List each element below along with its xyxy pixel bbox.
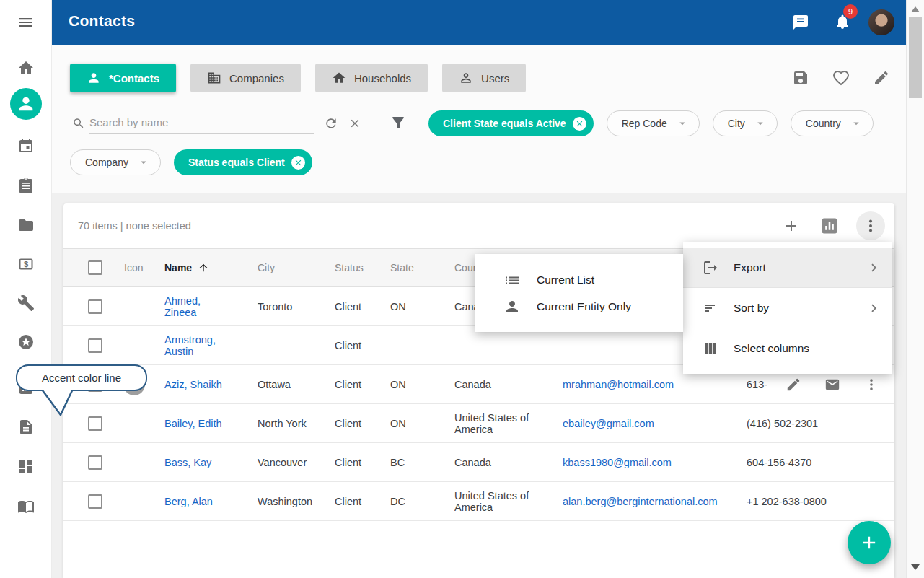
menu-icon[interactable] [16, 14, 36, 31]
tab-contacts[interactable]: *Contacts [70, 64, 176, 92]
table-row[interactable]: Berg, AlanWashingtonClientDCUnited State… [63, 482, 894, 521]
scroll-thumb[interactable] [909, 17, 922, 98]
tab-companies[interactable]: Companies [190, 64, 301, 92]
contact-name-link[interactable]: Aziz, Shaikh [164, 379, 222, 390]
clear-search-icon[interactable] [348, 117, 361, 130]
row-checkbox[interactable] [88, 299, 102, 314]
column-header-status[interactable]: Status [335, 262, 390, 273]
search-input[interactable] [89, 111, 314, 134]
sidebar-item-billing[interactable]: $ [0, 252, 52, 276]
table-row[interactable]: Bailey, EdithNorth YorkClientONUnited St… [63, 404, 894, 443]
remove-filter-icon[interactable] [573, 117, 586, 131]
cell-phone: 604-156-4370 [747, 457, 855, 468]
sidebar-item-home[interactable] [0, 56, 52, 80]
cell-status: Client [335, 418, 390, 429]
filter-dropdown-rep-code[interactable]: Rep Code [607, 110, 700, 136]
row-checkbox[interactable] [88, 494, 102, 509]
contact-name-link[interactable]: Berg, Alan [164, 496, 213, 507]
filter-dropdown-country[interactable]: Country [791, 110, 874, 136]
cell-phone: +1 202-638-0800 [747, 496, 855, 507]
clipboard-icon [17, 177, 35, 194]
edit-row-button[interactable] [786, 377, 801, 393]
tab-label: Households [354, 72, 411, 84]
star-circle-icon [17, 333, 35, 351]
sidebar-item-tasks[interactable] [0, 173, 52, 198]
filter-dropdown-company[interactable]: Company [70, 149, 161, 175]
chat-icon[interactable] [792, 14, 809, 31]
contact-name-link[interactable]: Bass, Kay [164, 457, 211, 468]
page-scrollbar[interactable] [906, 0, 924, 578]
building-icon [207, 71, 221, 85]
sidebar-item-calendar[interactable] [0, 133, 52, 158]
book-icon [17, 498, 35, 515]
export-icon [702, 259, 719, 276]
email-link[interactable]: kbass1980@gmail.com [563, 457, 672, 468]
menu-item-select-columns[interactable]: Select columns [683, 328, 892, 368]
column-header-name[interactable]: Name [164, 262, 258, 273]
active-indicator [10, 88, 42, 120]
filter-dropdown-city[interactable]: City [713, 110, 778, 136]
table-row[interactable]: Bass, KayVancouverClientBCCanadakbass198… [63, 443, 894, 482]
row-checkbox[interactable] [88, 455, 102, 470]
filter-chip-client-state-equals-active[interactable]: Client State equals Active [428, 110, 594, 136]
column-header-state[interactable]: State [390, 262, 454, 273]
sidebar-item-tools[interactable] [0, 291, 52, 315]
cell-email: kbass1980@gmail.com [563, 457, 747, 468]
row-checkbox[interactable] [88, 416, 102, 431]
sidebar-item-dashboard[interactable] [0, 455, 52, 479]
sidebar-item-files[interactable] [0, 213, 52, 237]
person-icon [16, 94, 36, 114]
email-row-button[interactable] [824, 377, 840, 393]
sidebar-item-directory[interactable] [0, 494, 52, 519]
scroll-up-arrow[interactable] [911, 6, 920, 12]
chevron-right-icon [866, 300, 882, 316]
scroll-down-arrow[interactable] [911, 564, 920, 570]
row-more-button[interactable] [863, 377, 879, 393]
email-link[interactable]: ebailey@gmail.com [563, 418, 654, 429]
save-button[interactable] [792, 69, 809, 87]
sidebar: $ [0, 0, 52, 578]
submenu-item-label: Current Entity Only [537, 300, 631, 313]
contact-name-link[interactable]: Ahmed, Zineea [164, 295, 231, 318]
filter-chip-status-equals-client[interactable]: Status equals Client [174, 149, 312, 175]
sidebar-item-contacts[interactable] [0, 88, 52, 120]
callout-tail [36, 390, 78, 420]
plus-icon [859, 533, 879, 553]
filter-funnel-icon[interactable] [390, 114, 407, 131]
column-header-city[interactable]: City [258, 262, 335, 273]
caret-down-icon [676, 117, 689, 130]
contact-name-link[interactable]: Armstrong, Austin [164, 334, 231, 357]
cell-status: Client [335, 340, 390, 351]
favorite-button[interactable] [832, 69, 850, 87]
tab-users[interactable]: Users [442, 64, 526, 92]
column-header-icon[interactable]: Icon [124, 262, 164, 273]
caret-down-icon [850, 117, 863, 130]
remove-filter-icon[interactable] [291, 156, 305, 170]
menu-item-export[interactable]: Export [683, 248, 892, 287]
add-contact-fab[interactable] [848, 521, 891, 564]
cell-state: ON [390, 418, 454, 429]
sidebar-item-favorites[interactable] [0, 330, 52, 354]
contact-name-link[interactable]: Bailey, Edith [164, 418, 222, 429]
submenu-item-current-entity-only[interactable]: Current Entity Only [475, 293, 683, 320]
person-outline-icon [459, 71, 473, 85]
app: $ Contacts 9 *ContactsCompaniesHousehold… [0, 0, 924, 578]
email-link[interactable]: alan.berg@berginternational.com [563, 496, 718, 507]
sort-icon [702, 299, 719, 317]
submenu-item-current-list[interactable]: Current List [475, 266, 683, 293]
email-link[interactable]: mrahman@hotmail.com [563, 379, 674, 390]
tab-households[interactable]: Households [315, 64, 428, 92]
menu-item-sort-by[interactable]: Sort by [683, 288, 892, 328]
cell-country: Canada [454, 457, 563, 468]
refresh-icon[interactable] [324, 116, 338, 131]
tab-label: Users [481, 72, 509, 84]
more-options-button[interactable] [856, 211, 885, 240]
list-icon [503, 271, 521, 289]
chip-label: Status equals Client [188, 157, 285, 168]
chart-view-icon[interactable] [819, 216, 840, 236]
row-checkbox[interactable] [88, 338, 102, 353]
select-all-checkbox[interactable] [88, 260, 102, 275]
add-icon[interactable] [783, 217, 800, 235]
user-avatar[interactable] [868, 9, 894, 35]
edit-button[interactable] [873, 69, 890, 87]
